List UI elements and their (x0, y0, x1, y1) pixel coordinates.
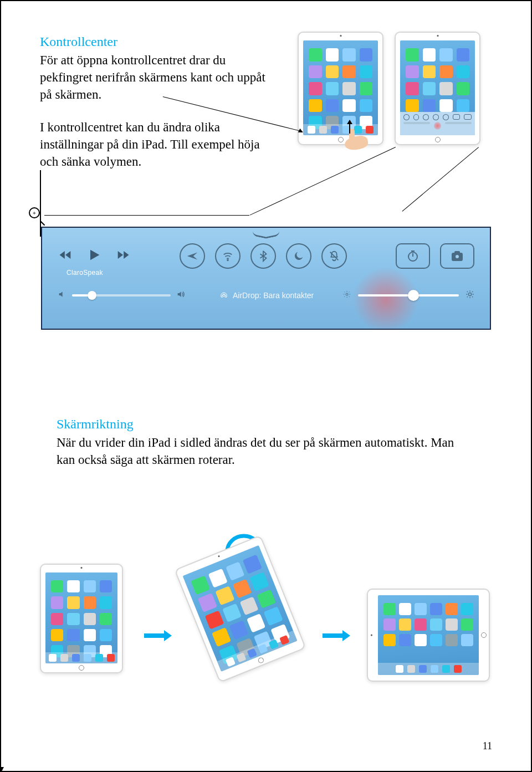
svg-point-8 (468, 293, 471, 295)
para-rotation: När du vrider din iPad i sidled ändras d… (57, 434, 472, 468)
transition-arrow-icon (144, 630, 172, 641)
svg-rect-10 (323, 633, 342, 638)
magnifier-line (44, 215, 249, 216)
magnifier-icon: + (29, 207, 44, 223)
play-icon[interactable] (86, 247, 102, 265)
brightness-low-icon (342, 290, 351, 301)
wifi-toggle[interactable] (215, 243, 241, 269)
now-playing-label: ClaroSpeak (66, 269, 103, 277)
volume-slider[interactable] (58, 290, 185, 301)
section-skarmriktning: Skärmriktning När du vrider din iPad i s… (57, 417, 472, 468)
media-controls (58, 247, 131, 265)
rewind-icon[interactable] (58, 247, 73, 265)
airplane-mode-toggle[interactable] (180, 243, 205, 269)
control-center-panel: ClaroSpeak AirDrop: Bara kontakter (41, 227, 491, 330)
heading-skarmriktning: Skärmriktning (57, 417, 472, 432)
svg-point-0 (227, 259, 228, 260)
heading-kontrollcenter: Kontrollcenter (40, 34, 273, 49)
brightness-high-icon (466, 290, 474, 301)
ipad-rotating (174, 528, 326, 693)
para-open-control-center: För att öppna kontrollcentret drar du pe… (40, 52, 273, 103)
svg-rect-5 (455, 252, 459, 254)
ipad-control-center-open (395, 32, 480, 145)
ipad-portrait (40, 564, 123, 673)
text-column: Kontrollcenter För att öppna kontrollcen… (40, 34, 273, 170)
svg-point-4 (455, 254, 459, 259)
bluetooth-toggle[interactable] (250, 243, 276, 269)
brightness-slider[interactable] (342, 290, 474, 301)
volume-high-icon (176, 290, 185, 301)
swipe-hand-icon (334, 129, 370, 154)
svg-rect-9 (144, 633, 164, 638)
page-number: 11 (483, 740, 492, 752)
para-settings: I kontrollcentret kan du ändra olika ins… (40, 119, 273, 170)
do-not-disturb-toggle[interactable] (286, 243, 311, 269)
volume-low-icon (58, 290, 66, 301)
ipad-landscape (367, 589, 490, 682)
mute-toggle[interactable] (321, 243, 347, 269)
grabber-icon (253, 232, 279, 237)
airdrop-button[interactable]: AirDrop: Bara kontakter (219, 291, 314, 300)
transition-arrow-icon (323, 630, 350, 641)
svg-point-7 (346, 293, 348, 295)
forward-icon[interactable] (115, 247, 131, 265)
swipe-up-arrow-icon (349, 120, 350, 134)
airdrop-label: AirDrop: Bara kontakter (233, 291, 314, 300)
camera-shortcut[interactable] (440, 243, 474, 269)
page: Kontrollcenter För att öppna kontrollcen… (0, 0, 532, 772)
timer-shortcut[interactable] (396, 243, 430, 269)
